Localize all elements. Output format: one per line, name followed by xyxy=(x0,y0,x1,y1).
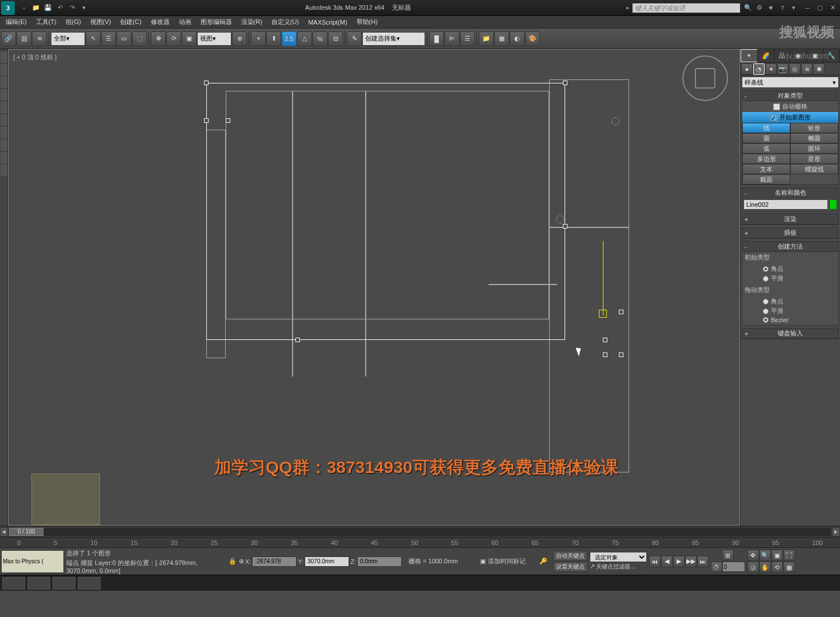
select-window-icon[interactable]: ⬚ xyxy=(132,31,147,46)
keymode-icon[interactable]: ⬆ xyxy=(266,31,281,46)
z-coord-input[interactable]: 0.0mm xyxy=(357,556,402,567)
named-selection-dropdown[interactable]: 创建选择集 ▾ xyxy=(362,32,425,46)
close-button[interactable]: ✕ xyxy=(826,3,839,13)
sel-handle[interactable] xyxy=(603,338,607,342)
sel-handle[interactable] xyxy=(563,224,567,229)
init-smooth-radio[interactable] xyxy=(763,276,769,282)
keyfilter-icon[interactable]: ↗ xyxy=(590,563,595,571)
key-icon[interactable]: 🔑 xyxy=(539,558,547,565)
minimize-button[interactable]: ─ xyxy=(801,3,814,13)
maxscript-listener[interactable] xyxy=(1,550,64,573)
menu-maxscript[interactable]: MAXScript(M) xyxy=(303,17,351,27)
menu-group[interactable]: 组(G) xyxy=(61,16,86,28)
percent-snap-icon[interactable]: % xyxy=(313,31,327,46)
menu-view[interactable]: 视图(V) xyxy=(86,16,116,28)
object-color-swatch[interactable] xyxy=(829,199,837,210)
snap-toggle-button[interactable]: 2.5 xyxy=(282,31,297,46)
qat-save-icon[interactable]: 💾 xyxy=(42,2,54,14)
play-icon[interactable]: ▶ xyxy=(673,556,685,567)
menu-help[interactable]: 帮助(H) xyxy=(352,16,382,28)
favorites-icon[interactable]: ★ xyxy=(766,3,776,13)
task-item[interactable] xyxy=(53,577,75,590)
angle-snap-icon[interactable]: △ xyxy=(297,31,312,46)
unlink-icon[interactable]: ⛓ xyxy=(17,31,31,46)
autokey-button[interactable]: 自动关键点 xyxy=(553,551,587,561)
cameras-icon[interactable]: 📷 xyxy=(777,63,789,75)
zoom-all-icon[interactable]: ⛶ xyxy=(783,550,795,561)
task-item[interactable] xyxy=(2,577,25,590)
manipulate-icon[interactable]: ⚬ xyxy=(251,31,266,46)
frame-input[interactable] xyxy=(722,562,745,572)
obj-text-button[interactable]: 文本 xyxy=(742,164,790,174)
drag-smooth-radio[interactable] xyxy=(763,308,769,314)
lights-icon[interactable]: ✦ xyxy=(765,63,777,75)
rotate-icon[interactable]: ⟳ xyxy=(166,31,181,46)
next-frame-icon[interactable]: ▶▶ xyxy=(685,556,697,567)
pan-icon[interactable]: ✥ xyxy=(747,550,759,561)
select-icon[interactable]: ↖ xyxy=(86,31,101,46)
task-item[interactable] xyxy=(27,577,50,590)
timeconfig-icon[interactable]: ⏱ xyxy=(711,562,722,573)
slider-left-button[interactable]: ◂ xyxy=(0,527,8,536)
sel-handle[interactable] xyxy=(295,338,300,342)
obj-circle-button[interactable]: 圆 xyxy=(742,133,790,143)
layers-icon[interactable]: ☰ xyxy=(460,31,475,46)
leftbar-item[interactable] xyxy=(1,51,7,63)
select-name-icon[interactable]: ☰ xyxy=(101,31,116,46)
menu-modifiers[interactable]: 修改器 xyxy=(146,16,174,28)
startnew-checkbox[interactable]: ✓ xyxy=(770,114,777,121)
display-tab[interactable]: ▣ xyxy=(807,49,823,62)
obj-rect-button[interactable]: 矩形 xyxy=(790,123,838,133)
select-rect-icon[interactable]: ▭ xyxy=(117,31,131,46)
shapes-icon[interactable]: ◔ xyxy=(753,63,765,75)
helpers-icon[interactable]: ◎ xyxy=(789,63,801,75)
render-setup-icon[interactable]: 🎨 xyxy=(525,31,540,46)
schematic-icon[interactable]: ▦ xyxy=(494,31,509,46)
named-sel-icon[interactable]: ✎ xyxy=(347,31,362,46)
goto-end-icon[interactable]: ⏭ xyxy=(697,556,709,567)
obj-section-button[interactable]: 截面 xyxy=(742,174,790,185)
keymode-dropdown[interactable]: 选定对象 xyxy=(590,552,647,562)
motion-tab[interactable]: ◉ xyxy=(790,49,807,62)
qat-more-icon[interactable]: ▾ xyxy=(78,2,90,14)
obj-line-button[interactable]: 线 xyxy=(742,123,790,133)
scale-icon[interactable]: ▣ xyxy=(182,31,197,46)
menu-animation[interactable]: 动画 xyxy=(174,16,196,28)
menu-edit[interactable]: 编辑(E) xyxy=(1,16,31,28)
obj-ellipse-button[interactable]: 椭圆 xyxy=(790,133,838,143)
task-item[interactable] xyxy=(78,577,101,590)
material-icon[interactable]: ◐ xyxy=(510,31,525,46)
goto-start-icon[interactable]: ⏮ xyxy=(649,556,661,567)
search-input[interactable] xyxy=(632,3,741,13)
hierarchy-tab[interactable]: 品 xyxy=(774,49,791,62)
link-icon[interactable]: 🔗 xyxy=(1,31,16,46)
y-coord-input[interactable]: 3070.0mm xyxy=(305,556,349,567)
systems-icon[interactable]: ✱ xyxy=(813,63,825,75)
maximize-button[interactable]: ▢ xyxy=(814,3,826,13)
obj-arc-button[interactable]: 弧 xyxy=(742,143,790,154)
sel-handle[interactable] xyxy=(603,352,607,357)
qat-open-icon[interactable]: 📁 xyxy=(30,2,42,14)
time-slider[interactable]: ◂ 0 / 100 ▸ xyxy=(0,526,840,537)
sel-handle[interactable] xyxy=(619,310,623,314)
orbit-icon[interactable]: ⟲ xyxy=(771,562,783,573)
maximize-vp-icon[interactable]: ▦ xyxy=(783,562,795,573)
help-dropdown-icon[interactable]: ▾ xyxy=(789,3,799,13)
object-name-input[interactable] xyxy=(743,199,828,210)
rollout-keyboard[interactable]: +键盘输入 xyxy=(742,328,838,339)
menu-customize[interactable]: 自定义(U) xyxy=(267,16,303,28)
pan2-icon[interactable]: ✋ xyxy=(759,562,771,573)
prev-frame-icon[interactable]: ◀ xyxy=(661,556,673,567)
shape-category-dropdown[interactable]: 样条线▾ xyxy=(742,77,839,88)
help-icon[interactable]: ? xyxy=(777,3,787,13)
create-tab[interactable]: ✦ xyxy=(741,49,758,62)
drag-bezier-radio[interactable] xyxy=(763,317,769,323)
spinner-snap-icon[interactable]: ⊟ xyxy=(328,31,343,46)
timetag-icon[interactable]: ▣ xyxy=(480,558,486,565)
spacewarps-icon[interactable]: ≋ xyxy=(801,63,813,75)
coord-mode-icon[interactable]: ⊕ xyxy=(239,558,244,565)
ref-coord-dropdown[interactable]: 视图 ▾ xyxy=(197,32,231,46)
init-corner-radio[interactable] xyxy=(763,266,769,272)
move-icon[interactable]: ✥ xyxy=(151,31,166,46)
time-ruler[interactable]: 0510152025303540455055606570758085909510… xyxy=(0,537,840,547)
